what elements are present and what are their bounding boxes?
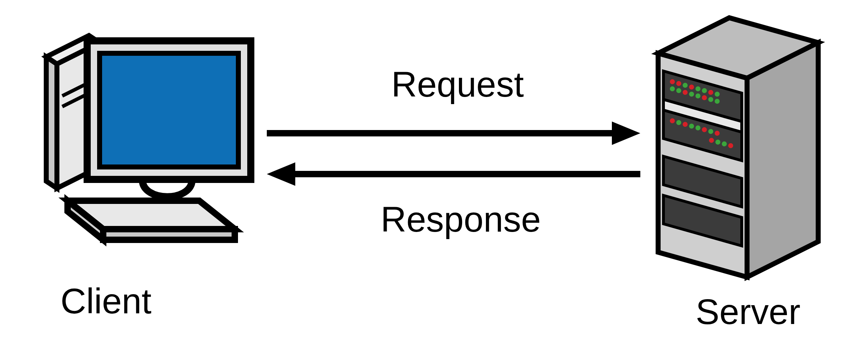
svg-point-29 (728, 143, 733, 148)
svg-point-11 (676, 88, 681, 93)
svg-point-12 (683, 90, 688, 95)
request-response-arrows (263, 117, 644, 210)
svg-point-17 (715, 99, 720, 104)
svg-point-23 (702, 127, 707, 132)
svg-point-27 (715, 140, 720, 145)
svg-point-28 (722, 141, 727, 146)
server-tower-icon (651, 14, 825, 284)
svg-point-25 (715, 131, 720, 136)
svg-point-6 (695, 86, 700, 91)
client-computer-icon (36, 21, 263, 249)
svg-point-26 (709, 138, 714, 143)
svg-point-14 (695, 93, 700, 98)
svg-point-20 (683, 122, 688, 127)
response-label: Response (381, 199, 541, 240)
svg-point-7 (702, 88, 707, 93)
svg-point-4 (683, 83, 688, 88)
svg-point-9 (715, 92, 720, 97)
svg-point-3 (676, 81, 681, 86)
svg-point-10 (670, 86, 675, 91)
svg-point-2 (670, 79, 675, 84)
svg-point-13 (689, 92, 694, 97)
svg-point-19 (676, 120, 681, 125)
client-server-diagram: Request Response Client Server (0, 0, 868, 351)
svg-point-16 (708, 97, 713, 102)
svg-point-24 (708, 129, 713, 134)
svg-point-8 (708, 90, 713, 95)
svg-point-18 (670, 118, 675, 123)
svg-point-15 (702, 95, 707, 100)
svg-marker-31 (612, 122, 640, 145)
request-label: Request (391, 64, 524, 105)
svg-point-22 (695, 125, 700, 130)
svg-point-21 (689, 124, 694, 129)
svg-marker-33 (267, 162, 295, 186)
server-label: Server (695, 291, 800, 332)
svg-point-5 (689, 85, 694, 90)
client-label: Client (60, 281, 152, 322)
